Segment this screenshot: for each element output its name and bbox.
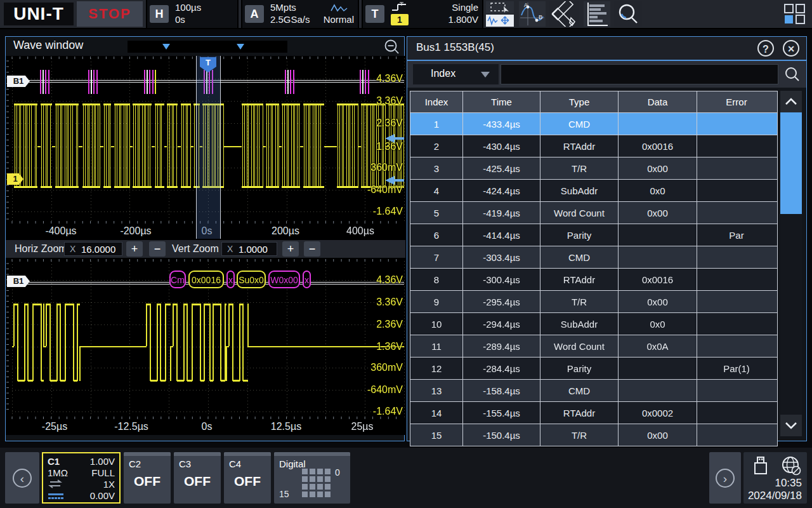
bus-panel-title: Bus1 1553B(45)	[416, 41, 494, 54]
scroll-down-button[interactable]	[780, 415, 802, 436]
vert-zoom-value-box[interactable]: X 1.0000	[221, 242, 277, 256]
table-cell: -424.4µs	[463, 180, 540, 201]
scrollbar-thumb[interactable]	[780, 112, 802, 214]
table-cell: SubAddr	[540, 313, 619, 335]
table-row[interactable]: 8-300.4µsRTAddr0x0016	[410, 268, 777, 290]
oscilloscope-screen: UNI-T STOP H 100µs 0s A 5Mpts 2.5GSa/s N…	[0, 0, 812, 508]
acquire-key: A	[245, 5, 264, 23]
digital-channels-card[interactable]: Digital 0 15	[274, 452, 350, 504]
table-row[interactable]: 10-294.4µsSubAddr0x0	[410, 312, 777, 335]
search-input[interactable]	[501, 64, 778, 84]
table-row[interactable]: 3-425.4µsT/R0x00	[410, 157, 777, 179]
select-region-button[interactable]	[486, 1, 514, 13]
help-button[interactable]: ?	[757, 40, 774, 57]
table-cell: 13	[410, 380, 463, 401]
horizontal-menu[interactable]: H 100µs 0s	[146, 0, 239, 28]
histogram-button[interactable]	[584, 1, 610, 27]
zoom-out-icon[interactable]	[383, 39, 400, 58]
trigger-level-arrow-high[interactable]	[385, 134, 404, 143]
acquire-menu[interactable]: A 5Mpts 2.5GSa/s Normal	[241, 0, 359, 28]
wave-position-slider[interactable]	[128, 41, 287, 53]
window-layout-button[interactable]	[783, 3, 807, 25]
timebase-value: 100µs	[175, 2, 201, 13]
channel1-bandwidth: FULL	[91, 467, 115, 478]
run-stop-button[interactable]: STOP	[77, 1, 143, 27]
trigger-key: T	[365, 5, 384, 23]
trigger-menu[interactable]: T 1 Single 1.800V	[362, 0, 483, 28]
table-cell	[619, 380, 697, 401]
zoom-window-region[interactable]	[196, 56, 221, 239]
table-cell: -433.4µs	[463, 113, 540, 135]
measure-ruler-button[interactable]	[549, 1, 579, 27]
channels-scroll-right[interactable]: ›	[709, 452, 741, 504]
column-header-type: Type	[540, 91, 619, 112]
search-field-dropdown[interactable]: Index	[413, 64, 499, 84]
horiz-zoom-value-box[interactable]: X 16.0000	[64, 242, 122, 256]
y-axis-tick: 1.36V	[376, 340, 403, 352]
horiz-zoom-minus-button[interactable]: −	[149, 241, 166, 257]
top-bar: UNI-T STOP H 100µs 0s A 5Mpts 2.5GSa/s N…	[0, 0, 812, 29]
y-axis-tick: -1.64V	[373, 205, 403, 217]
horiz-zoom-plus-button[interactable]: +	[126, 241, 143, 257]
table-row[interactable]: 6-414.4µsParityPar	[410, 224, 777, 246]
channel2-card[interactable]: C2 OFF	[124, 452, 171, 504]
card-accent-strip	[224, 452, 271, 456]
table-row[interactable]: 7-303.4µsCMD	[410, 246, 777, 268]
trigger-edge-icon	[391, 2, 409, 15]
table-row[interactable]: 5-419.4µsWord Count0x00	[410, 201, 777, 224]
table-cell: -295.4µs	[463, 291, 540, 312]
table-row[interactable]: 11-289.4µsWord Count0x0A	[410, 335, 777, 357]
table-cell: RTAddr	[540, 135, 619, 157]
channel3-state: OFF	[174, 474, 221, 489]
table-row[interactable]: 1-433.4µsCMD	[410, 112, 777, 135]
table-cell: 2	[410, 135, 463, 157]
vert-zoom-minus-button[interactable]: −	[304, 241, 320, 257]
scroll-up-button[interactable]	[780, 91, 802, 112]
decode-tag: Su0x0	[237, 271, 266, 288]
decode-table: Index Time Type Data Error 1-433.4µsCMD2…	[410, 91, 778, 446]
system-status-card[interactable]: 10:35 2024/09/18	[743, 452, 807, 504]
column-header-time: Time	[463, 91, 540, 112]
search-icon[interactable]	[783, 66, 801, 85]
channel1-probe: 1X	[103, 479, 115, 490]
table-cell: 6	[410, 224, 463, 246]
bus-b1-label[interactable]: B1	[7, 76, 30, 87]
table-row[interactable]: 9-295.4µsT/R0x00	[410, 290, 777, 312]
table-row[interactable]: 2-430.4µsRTAddr0x0016	[410, 135, 777, 157]
digital-channel-dot	[325, 491, 331, 497]
digital-channel-dot	[317, 469, 323, 474]
table-row[interactable]: 14-155.4µsRTAddr0x0002	[410, 401, 777, 424]
zoom-marker-left-icon[interactable]	[162, 44, 170, 50]
vert-zoom-plus-button[interactable]: +	[282, 241, 299, 257]
channel4-card[interactable]: C4 OFF	[224, 452, 271, 504]
zoom-marker-right-icon[interactable]	[237, 44, 244, 50]
x-axis-tick: -200µs	[120, 224, 151, 238]
digital-channel-dot	[310, 476, 315, 482]
ab-cursor-button[interactable]: AB	[519, 1, 546, 27]
channels-scroll-left[interactable]: ‹	[5, 452, 39, 504]
table-cell: 1	[410, 113, 463, 135]
channel3-card[interactable]: C3 OFF	[174, 452, 221, 504]
table-row[interactable]: 13-158.4µsCMD	[410, 379, 777, 401]
x-axis-tick: 200µs	[272, 224, 299, 238]
channel1-card[interactable]: C1 1.00V 1MΩ FULL 1X 0.00V	[42, 452, 121, 504]
search-events-button[interactable]	[614, 1, 642, 27]
y-axis-tick: 3.36V	[376, 95, 403, 107]
decode-table-body: 1-433.4µsCMD2-430.4µsRTAddr0x00163-425.4…	[410, 112, 777, 446]
digital-first-channel: 0	[335, 467, 340, 478]
bus-panel-titlebar: Bus1 1553B(45) ? ✕	[407, 37, 806, 61]
table-row[interactable]: 4-424.4µsSubAddr0x0	[410, 179, 777, 201]
trigger-level-arrow-low[interactable]	[385, 176, 404, 185]
table-cell	[697, 313, 776, 335]
table-cell	[619, 113, 697, 135]
network-disconnected-icon	[780, 455, 802, 479]
close-button[interactable]: ✕	[783, 40, 799, 57]
table-cell: 7	[410, 246, 463, 268]
wave-drag-button[interactable]	[486, 15, 514, 27]
table-row[interactable]: 12-284.4µsParityPar(1)	[410, 357, 777, 379]
table-row[interactable]: 15-150.4µsT/R0x00	[410, 424, 777, 446]
sample-rate: 2.5GSa/s	[270, 14, 310, 25]
channel2-state: OFF	[124, 474, 171, 489]
zoom-time-axis: -25µs-12.5µs0s12.5µs25µs	[6, 420, 405, 435]
table-cell: -289.4µs	[463, 335, 540, 357]
